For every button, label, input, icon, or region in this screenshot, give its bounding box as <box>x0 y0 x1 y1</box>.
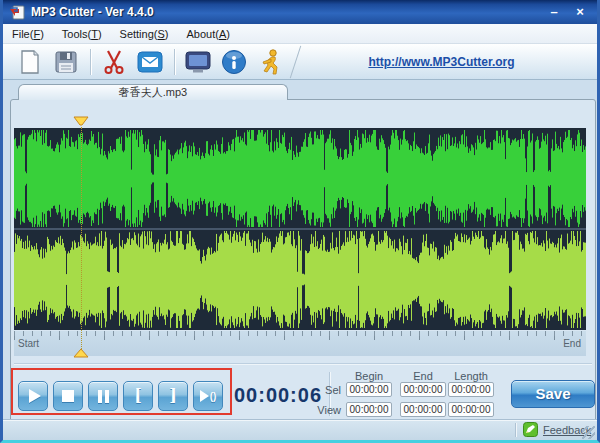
elapsed-time-display: 00:00:06 <box>231 384 325 408</box>
new-file-button[interactable] <box>15 47 45 77</box>
email-button[interactable] <box>135 47 165 77</box>
timeline-ruler: Start End <box>14 331 586 356</box>
menu-about[interactable]: About(A) <box>177 26 238 42</box>
toolbar-separator <box>174 49 176 75</box>
view-row-label: View <box>315 404 341 416</box>
menu-file[interactable]: File(F) <box>3 26 53 42</box>
scissors-icon <box>101 49 127 75</box>
mark-begin-icon: [ <box>134 388 142 404</box>
pause-button[interactable] <box>88 381 118 411</box>
pause-icon <box>98 390 109 403</box>
display-icon <box>184 50 212 74</box>
length-column-header: Length <box>448 370 494 382</box>
app-window: MP3 Cutter - Ver 4.4.0 – × File(F) Tools… <box>0 0 600 443</box>
ruler-end-label: End <box>563 338 581 349</box>
resize-grip[interactable] <box>582 426 595 439</box>
waveform-canvas[interactable] <box>14 128 586 330</box>
title-bar: MP3 Cutter - Ver 4.4.0 – × <box>3 0 597 24</box>
ruler-minor-ticks <box>14 331 586 336</box>
menu-setting[interactable]: Setting(S) <box>111 26 178 42</box>
ruler-start-label: Start <box>18 338 39 349</box>
status-bar: Feedback <box>3 419 597 441</box>
info-button[interactable] <box>219 47 249 77</box>
play-selection-button[interactable]: () <box>193 381 223 411</box>
section-divider <box>14 363 592 365</box>
email-icon <box>137 51 163 73</box>
sel-end-field[interactable]: 00:00:00 <box>400 382 446 397</box>
view-begin-field[interactable]: 00:00:00 <box>346 402 392 417</box>
play-icon <box>29 389 41 403</box>
mark-end-button[interactable]: ] <box>158 381 188 411</box>
view-end-field[interactable]: 00:00:00 <box>400 402 446 417</box>
menu-bar: File(F) Tools(T) Setting(S) About(A) <box>3 24 597 44</box>
sel-row-label: Sel <box>315 384 341 396</box>
save-button[interactable]: Save <box>511 380 595 408</box>
cut-button[interactable] <box>99 47 129 77</box>
statusbar-separator <box>515 423 517 437</box>
save-icon <box>54 50 78 74</box>
mark-begin-button[interactable]: [ <box>123 381 153 411</box>
menu-tools[interactable]: Tools(T) <box>53 26 111 42</box>
mark-end-icon: ] <box>169 388 177 404</box>
file-tab[interactable]: 奢香夫人.mp3 <box>18 84 288 100</box>
playhead-line <box>81 127 82 357</box>
stop-button[interactable] <box>53 381 83 411</box>
info-icon <box>221 49 247 75</box>
messenger-button[interactable] <box>255 47 285 77</box>
feedback-icon[interactable] <box>523 422 538 437</box>
toolbar: http://www.MP3Cutter.org <box>3 44 597 80</box>
save-file-button[interactable] <box>51 47 81 77</box>
sel-length-field[interactable]: 00:00:00 <box>448 382 494 397</box>
stop-icon <box>62 390 74 402</box>
window-title: MP3 Cutter - Ver 4.4.0 <box>31 5 539 19</box>
app-logo-icon <box>9 5 26 20</box>
view-length-field[interactable]: 00:00:00 <box>448 402 494 417</box>
minimize-button[interactable]: – <box>543 4 565 21</box>
playhead-top-marker-icon[interactable] <box>73 116 89 126</box>
play-button[interactable] <box>18 381 48 411</box>
new-file-icon <box>20 50 40 74</box>
begin-column-header: Begin <box>346 370 392 382</box>
waveform-display[interactable] <box>14 128 586 330</box>
website-link[interactable]: http://www.MP3Cutter.org <box>300 55 597 69</box>
play-selection-icon: () <box>200 390 217 402</box>
playhead-bottom-marker-icon[interactable] <box>73 348 89 358</box>
close-button[interactable]: × <box>569 4 591 21</box>
sel-begin-field[interactable]: 00:00:00 <box>346 382 392 397</box>
toolbar-separator <box>90 49 92 75</box>
display-button[interactable] <box>183 47 213 77</box>
end-column-header: End <box>400 370 446 382</box>
messenger-running-man-icon <box>258 49 282 75</box>
